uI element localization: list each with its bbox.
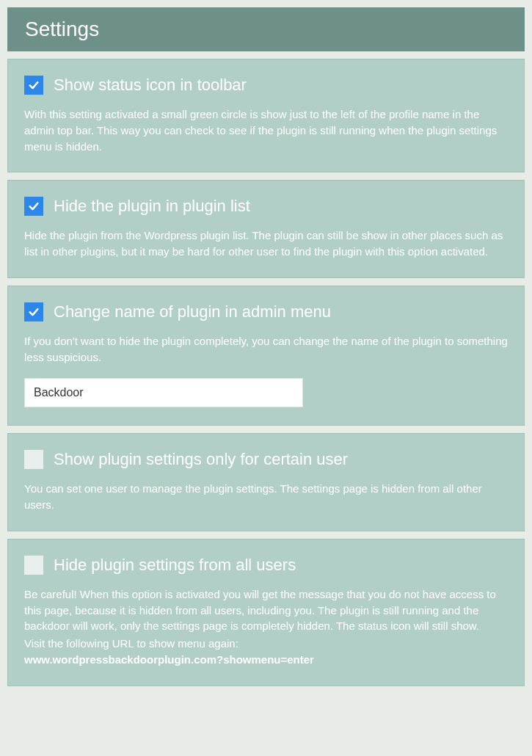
option-description: Be careful! When this option is activate… xyxy=(24,586,508,668)
check-icon xyxy=(27,200,40,213)
option-panel-hide-all: Hide plugin settings from all users Be c… xyxy=(7,539,525,686)
checkbox-hide-plugin-list[interactable] xyxy=(24,197,43,216)
option-row: Change name of plugin in admin menu xyxy=(24,302,508,321)
option-label: Hide plugin settings from all users xyxy=(54,556,296,575)
option-label: Show status icon in toolbar xyxy=(54,76,247,95)
description-text: Be careful! When this option is activate… xyxy=(24,588,496,633)
checkbox-status-icon[interactable] xyxy=(24,76,43,95)
option-description: Hide the plugin from the Wordpress plugi… xyxy=(24,228,508,260)
checkbox-hide-all[interactable] xyxy=(24,556,43,575)
option-panel-change-name: Change name of plugin in admin menu If y… xyxy=(7,286,525,426)
option-panel-status-icon: Show status icon in toolbar With this se… xyxy=(7,59,525,172)
option-description: With this setting activated a small gree… xyxy=(24,106,508,154)
option-description: You can set one user to manage the plugi… xyxy=(24,481,508,513)
checkbox-change-name[interactable] xyxy=(24,302,43,321)
checkbox-certain-user[interactable] xyxy=(24,450,43,469)
check-icon xyxy=(27,305,40,319)
page-title: Settings xyxy=(7,7,525,51)
option-row: Hide plugin settings from all users xyxy=(24,556,508,575)
description-extra-line: Visit the following URL to show menu aga… xyxy=(24,636,508,652)
option-row: Show status icon in toolbar xyxy=(24,76,508,95)
option-label: Hide the plugin in plugin list xyxy=(54,197,250,216)
option-panel-certain-user: Show plugin settings only for certain us… xyxy=(7,433,525,531)
option-row: Show plugin settings only for certain us… xyxy=(24,450,508,469)
plugin-name-input[interactable] xyxy=(24,378,303,407)
option-label: Change name of plugin in admin menu xyxy=(54,302,331,321)
description-url: www.wordpressbackdoorplugin.com?showmenu… xyxy=(24,653,314,666)
check-icon xyxy=(27,79,40,92)
option-description: If you don't want to hide the plugin com… xyxy=(24,333,508,366)
option-panel-hide-plugin-list: Hide the plugin in plugin list Hide the … xyxy=(7,180,525,278)
option-row: Hide the plugin in plugin list xyxy=(24,197,508,216)
option-label: Show plugin settings only for certain us… xyxy=(54,450,348,469)
